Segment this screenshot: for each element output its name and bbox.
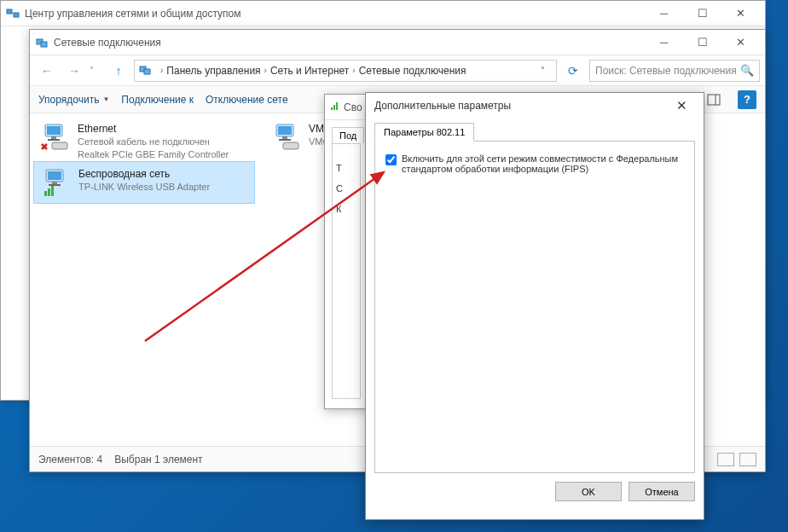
disconnect-button[interactable]: Отключение сете: [206, 94, 288, 106]
signal-icon: [330, 101, 340, 113]
maximize-button[interactable]: ☐: [683, 31, 721, 55]
details-view-button[interactable]: [717, 453, 734, 466]
svg-rect-21: [279, 139, 291, 141]
large-icons-view-button[interactable]: [739, 453, 756, 466]
ok-button[interactable]: OK: [555, 482, 622, 501]
ethernet-icon: [40, 122, 71, 153]
close-button[interactable]: ✕: [721, 2, 760, 26]
view-icons: [717, 453, 756, 466]
svg-rect-0: [7, 9, 12, 14]
svg-rect-6: [144, 69, 150, 74]
advanced-params-dialog: Дополнительные параметры ✕ Параметры 802…: [365, 92, 704, 520]
tab-panel: T С К: [332, 143, 361, 399]
network-text: Беспроводная сеть TP-LINK Wireless USB A…: [78, 167, 210, 194]
svg-rect-28: [48, 188, 50, 196]
close-button[interactable]: ✕: [721, 31, 760, 55]
connections-icon: [35, 36, 49, 49]
connect-to-button[interactable]: Подключение к: [121, 94, 194, 106]
dialog-buttons: OK Отмена: [366, 482, 704, 510]
preview-pane-button[interactable]: [702, 90, 726, 110]
fips-checkbox-label[interactable]: Включить для этой сети режим совместимос…: [402, 153, 684, 174]
nav-history-dropdown[interactable]: ˅: [90, 66, 103, 75]
minimize-button[interactable]: ─: [645, 2, 683, 26]
window-title: Сво: [325, 95, 368, 120]
svg-rect-29: [51, 186, 54, 196]
network-title: Ethernet: [78, 122, 229, 136]
nav-back-button[interactable]: ←: [35, 59, 59, 83]
chevron-right-icon: ›: [264, 66, 267, 75]
network-item-ethernet[interactable]: Ethernet Сетевой кабель не подключен Rea…: [33, 117, 255, 166]
breadcrumb-item[interactable]: Сеть и Интернет: [270, 65, 349, 77]
network-status: Сетевой кабель не подключен: [78, 136, 229, 148]
svg-rect-14: [47, 126, 61, 135]
svg-rect-27: [44, 191, 47, 196]
network-text: Ethernet Сетевой кабель не подключен Rea…: [78, 122, 229, 161]
search-icon: 🔍: [740, 64, 754, 77]
search-placeholder: Поиск: Сетевые подключения: [595, 65, 737, 77]
svg-rect-26: [49, 184, 61, 186]
nav-forward-button[interactable]: →: [62, 59, 86, 83]
svg-rect-22: [283, 142, 298, 149]
organize-menu[interactable]: Упорядочить ▼: [38, 94, 109, 106]
breadcrumb-icon: [138, 63, 154, 78]
svg-rect-30: [331, 107, 333, 110]
network-item-wireless[interactable]: Беспроводная сеть TP-LINK Wireless USB A…: [33, 161, 255, 204]
chevron-right-icon: ›: [160, 66, 163, 75]
network-center-icon: [6, 7, 20, 20]
item-count: Элементов: 4: [38, 454, 102, 466]
close-button[interactable]: ✕: [668, 95, 695, 116]
svg-rect-1: [14, 13, 19, 17]
titlebar: Центр управления сетями и общим доступом…: [1, 1, 765, 26]
network-item-vmware[interactable]: VMw VMw: [264, 117, 333, 158]
svg-rect-4: [41, 42, 47, 47]
search-input[interactable]: Поиск: Сетевые подключения 🔍: [589, 60, 760, 82]
svg-rect-20: [282, 136, 287, 139]
svg-rect-32: [336, 102, 338, 110]
maximize-button[interactable]: ☐: [683, 2, 721, 26]
help-button[interactable]: ?: [738, 90, 756, 109]
dialog-titlebar: Дополнительные параметры ✕: [366, 93, 704, 119]
dialog-title: Дополнительные параметры: [374, 100, 511, 112]
tab-panel: Включить для этой сети режим совместимос…: [374, 141, 695, 473]
nav-up-button[interactable]: ↑: [107, 59, 130, 83]
fips-checkbox-row: Включить для этой сети режим совместимос…: [385, 153, 684, 174]
tab-80211[interactable]: Параметры 802.11: [374, 123, 474, 142]
window-title: Центр управления сетями и общим доступом: [25, 8, 645, 20]
wireless-icon: [41, 167, 72, 198]
window-controls: ─ ☐ ✕: [645, 31, 760, 55]
chevron-down-icon: ▼: [102, 95, 109, 103]
network-adapter: TP-LINK Wireless USB Adapter: [78, 181, 210, 194]
window-title: Сетевые подключения: [54, 37, 645, 49]
refresh-button[interactable]: ⟳: [560, 60, 586, 82]
breadcrumb[interactable]: › Панель управления › Сеть и Интернет › …: [134, 60, 557, 82]
breadcrumb-dropdown[interactable]: ˅: [532, 66, 553, 75]
tab-row: Параметры 802.11: [366, 122, 704, 141]
window-controls: ─ ☐ ✕: [645, 2, 760, 26]
minimize-button[interactable]: ─: [645, 31, 683, 55]
connection-properties-window: Сво Под T С К: [324, 94, 368, 409]
svg-rect-17: [52, 142, 67, 149]
svg-rect-31: [333, 105, 335, 110]
tab[interactable]: Под: [332, 127, 364, 143]
network-adapter: Realtek PCIe GBE Family Controller: [78, 148, 229, 161]
svg-rect-15: [51, 136, 56, 139]
network-title: Беспроводная сеть: [78, 167, 210, 181]
titlebar: Сетевые подключения ─ ☐ ✕: [30, 30, 765, 55]
chevron-right-icon: ›: [352, 66, 355, 75]
breadcrumb-item[interactable]: Панель управления: [166, 65, 260, 77]
nav-row: ← → ˅ ↑ › Панель управления › Сеть и Инт…: [30, 55, 765, 86]
svg-rect-16: [48, 139, 60, 141]
fips-checkbox[interactable]: [385, 154, 397, 165]
svg-rect-24: [48, 171, 61, 180]
cancel-button[interactable]: Отмена: [629, 482, 695, 501]
svg-rect-25: [52, 182, 57, 184]
breadcrumb-item[interactable]: Сетевые подключения: [359, 65, 466, 77]
svg-rect-19: [278, 126, 292, 135]
selected-count: Выбран 1 элемент: [114, 454, 202, 466]
vmware-icon: [271, 122, 302, 153]
svg-rect-11: [708, 95, 720, 105]
